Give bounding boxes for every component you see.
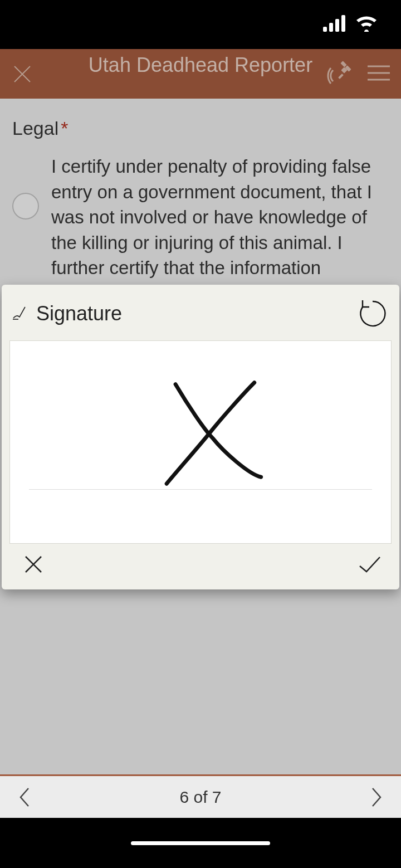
signature-title: Signature: [36, 302, 122, 325]
close-icon: [23, 554, 44, 575]
svg-rect-1: [329, 23, 333, 32]
previous-page-button[interactable]: [13, 786, 36, 808]
home-indicator[interactable]: [131, 841, 270, 845]
checkmark-icon: [356, 554, 383, 575]
svg-rect-3: [341, 15, 345, 32]
app-header: Utah Deadhead Reporter: [0, 49, 401, 99]
page-indicator: 6 of 7: [179, 788, 221, 807]
pagination-footer: 6 of 7: [0, 774, 401, 818]
svg-rect-7: [338, 74, 344, 79]
status-bar: [0, 0, 401, 49]
page-title: Utah Deadhead Reporter: [89, 53, 312, 77]
cellular-signal-icon: [323, 15, 348, 34]
close-icon: [13, 65, 32, 84]
legal-certify-radio[interactable]: [12, 193, 39, 220]
hamburger-icon: [368, 65, 390, 81]
chevron-right-icon: [370, 786, 383, 808]
wifi-icon: [355, 15, 378, 34]
undo-rotate-icon: [357, 298, 388, 329]
signature-modal: Signature: [2, 285, 399, 589]
section-label: Legal: [12, 118, 58, 139]
home-bar: [0, 818, 401, 868]
svg-rect-2: [335, 19, 339, 32]
signature-stroke: [10, 341, 391, 544]
gps-satellite-icon[interactable]: [326, 59, 354, 89]
svg-rect-0: [323, 27, 327, 32]
signature-reset-button[interactable]: [356, 297, 389, 330]
close-button[interactable]: [11, 63, 33, 85]
svg-rect-4: [340, 61, 346, 67]
section-header: Legal *: [12, 118, 389, 139]
signature-pen-icon: [12, 304, 28, 323]
signature-confirm-button[interactable]: [356, 550, 384, 578]
signature-canvas[interactable]: [9, 340, 392, 544]
chevron-left-icon: [18, 786, 31, 808]
signature-cancel-button[interactable]: [19, 550, 47, 578]
required-asterisk: *: [61, 118, 68, 139]
menu-button[interactable]: [368, 65, 390, 84]
signature-baseline: [29, 489, 372, 490]
next-page-button[interactable]: [365, 786, 388, 808]
